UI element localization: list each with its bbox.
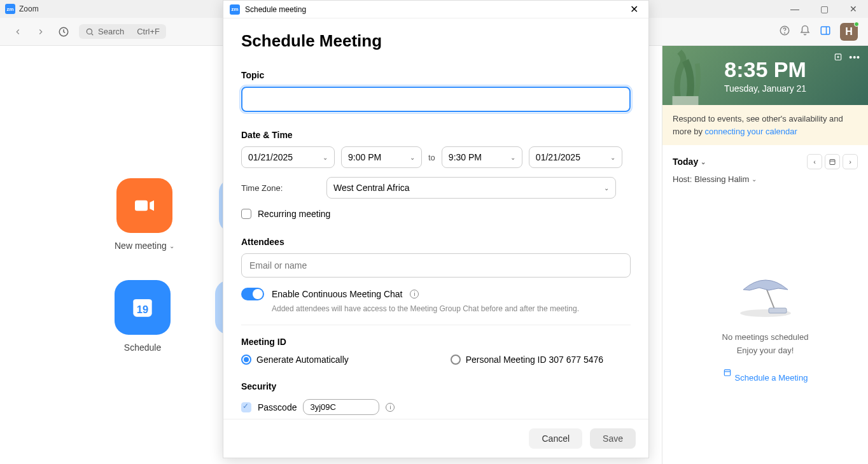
nav-back-button[interactable] [10, 24, 25, 39]
help-icon[interactable] [779, 25, 790, 39]
nav-forward-button[interactable] [33, 24, 48, 39]
security-label: Security [241, 381, 631, 391]
add-calendar-icon[interactable] [834, 52, 843, 63]
topic-input[interactable] [241, 87, 631, 112]
calendar-empty-state: No meetings scheduled Enjoy your day! Sc… [662, 190, 868, 464]
cal-prev-button[interactable]: ‹ [807, 154, 822, 169]
zoom-logo-icon: zm [230, 4, 240, 15]
bell-icon[interactable] [799, 25, 811, 39]
calendar-header: ••• 8:35 PM Tuesday, January 21 [662, 46, 868, 105]
chevron-down-icon: ⌄ [169, 243, 174, 250]
history-button[interactable] [56, 24, 71, 39]
recurring-label: Recurring meeting [258, 209, 330, 219]
to-label: to [428, 153, 435, 162]
dialog-title: Schedule meeting [245, 5, 306, 14]
schedule-meeting-dialog: zm Schedule meeting ✕ Schedule Meeting T… [223, 0, 649, 458]
svg-rect-21 [769, 308, 787, 313]
chevron-down-icon: ⌄ [510, 154, 515, 161]
empty-line-2: Enjoy your day! [737, 346, 794, 355]
timezone-label: Time Zone: [241, 183, 319, 193]
radio-icon [451, 355, 461, 365]
meeting-id-label: Meeting ID [241, 337, 631, 347]
more-icon[interactable]: ••• [849, 52, 860, 63]
end-date-select[interactable]: 01/21/2025⌄ [529, 146, 622, 168]
attendees-label: Attendees [241, 237, 631, 247]
chat-helper-text: Added attendees will have access to the … [272, 304, 631, 313]
tile-new-meeting[interactable]: New meeting ⌄ [115, 178, 174, 251]
radio-icon [241, 355, 251, 365]
calendar-connect-banner: Respond to events, see other's availabil… [662, 105, 868, 145]
passcode-checkbox[interactable] [241, 402, 251, 412]
calendar-icon [723, 368, 732, 377]
svg-rect-5 [821, 27, 830, 34]
svg-point-1 [87, 29, 92, 34]
continuous-chat-toggle[interactable] [241, 288, 264, 300]
passcode-label: Passcode [258, 402, 297, 412]
calendar-icon: 19 [115, 280, 171, 335]
chevron-down-icon: ⌄ [752, 176, 757, 183]
chevron-down-icon: ⌄ [610, 154, 615, 161]
timezone-select[interactable]: West Central Africa⌄ [326, 177, 616, 199]
user-avatar[interactable]: H [840, 23, 858, 41]
dialog-titlebar: zm Schedule meeting ✕ [223, 1, 648, 18]
umbrella-illustration-icon [731, 267, 801, 318]
dialog-footer: Cancel Save [223, 419, 648, 458]
window-maximize-button[interactable]: ▢ [809, 0, 839, 18]
svg-text:19: 19 [137, 304, 148, 315]
chat-toggle-label: Enable Continuous Meeting Chat [272, 289, 402, 299]
panel-icon[interactable] [820, 25, 831, 39]
chevron-down-icon: ⌄ [410, 154, 415, 161]
tile-schedule[interactable]: 19 Schedule [115, 280, 171, 353]
info-icon[interactable]: i [386, 403, 395, 412]
topic-label: Topic [241, 70, 631, 80]
svg-point-4 [785, 32, 785, 33]
window-close-button[interactable]: ✕ [839, 0, 868, 18]
presence-dot-icon [854, 22, 859, 27]
chevron-down-icon: ⌄ [323, 154, 328, 161]
divider [241, 325, 631, 325]
schedule-meeting-link[interactable]: Schedule a Meeting [723, 368, 808, 387]
plant-decoration-icon [666, 46, 704, 105]
svg-marker-9 [150, 200, 154, 211]
chevron-down-icon: ⌄ [701, 158, 706, 165]
today-dropdown[interactable]: Today ⌄ [673, 157, 706, 167]
svg-line-2 [92, 33, 93, 34]
connect-calendar-link[interactable]: connecting your calendar [705, 127, 797, 136]
tile-label: New meeting [115, 241, 167, 251]
tile-label: Schedule [124, 342, 161, 353]
video-icon [116, 178, 172, 233]
search-label: Search [98, 27, 124, 36]
datetime-label: Date & Time [241, 130, 631, 140]
start-date-select[interactable]: 01/21/2025⌄ [241, 146, 335, 168]
dialog-heading: Schedule Meeting [241, 31, 631, 51]
search-shortcut: Ctrl+F [137, 27, 160, 36]
svg-rect-22 [724, 370, 730, 376]
info-icon[interactable]: i [410, 290, 419, 299]
generate-auto-radio[interactable]: Generate Automatically [241, 355, 349, 365]
passcode-input[interactable] [303, 399, 379, 415]
end-time-select[interactable]: 9:30 PM⌄ [442, 146, 522, 168]
cancel-button[interactable]: Cancel [529, 428, 582, 449]
attendees-input[interactable] [241, 253, 631, 278]
svg-rect-13 [673, 96, 699, 105]
zoom-logo-icon: zm [5, 4, 15, 14]
search-icon [85, 27, 94, 36]
chevron-down-icon: ⌄ [604, 185, 609, 192]
window-controls: — ▢ ✕ [780, 0, 868, 18]
cal-next-button[interactable]: › [843, 154, 858, 169]
calendar-sidebar: ••• 8:35 PM Tuesday, January 21 Respond … [662, 46, 868, 464]
app-title: Zoom [19, 4, 39, 13]
search-box[interactable]: Search Ctrl+F [79, 24, 166, 39]
svg-rect-8 [135, 200, 148, 211]
save-button[interactable]: Save [590, 428, 636, 449]
dialog-close-button[interactable]: ✕ [626, 2, 642, 17]
host-dropdown[interactable]: Host: Blessing Halim ⌄ [662, 174, 868, 190]
personal-id-radio[interactable]: Personal Meeting ID 307 677 5476 [451, 355, 603, 365]
svg-rect-17 [830, 160, 835, 165]
start-time-select[interactable]: 9:00 PM⌄ [341, 146, 422, 168]
recurring-checkbox[interactable] [241, 209, 251, 219]
window-minimize-button[interactable]: — [780, 0, 809, 18]
cal-calendar-button[interactable] [825, 154, 840, 169]
empty-line-1: No meetings scheduled [722, 332, 809, 342]
avatar-initial: H [845, 26, 853, 38]
